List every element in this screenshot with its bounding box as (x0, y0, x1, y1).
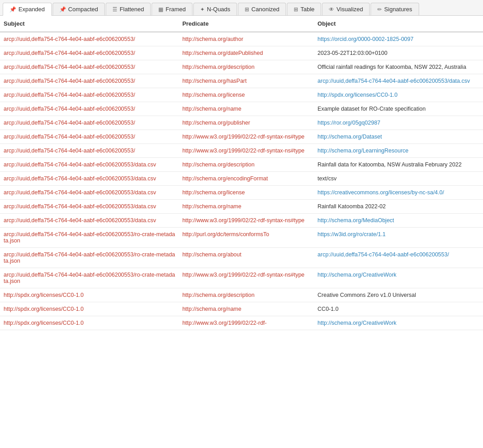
subject-link-9[interactable]: arcp://uuid,deffa754-c764-4e04-aabf-e6c0… (4, 161, 156, 168)
predicate-link-11[interactable]: http://schema.org/license (182, 189, 245, 196)
object-link-0[interactable]: https://orcid.org/0000-0002-1825-0097 (318, 36, 413, 42)
subject-link-8[interactable]: arcp://uuid,deffa754-c764-4e04-aabf-e6c0… (4, 148, 135, 154)
predicate-link-13[interactable]: http://www.w3.org/1999/02/22-rdf-syntax-… (182, 217, 304, 224)
predicate-link-14[interactable]: http://purl.org/dc/terms/conformsTo (182, 231, 269, 237)
tab-framed[interactable]: ▦Framed (152, 3, 192, 15)
predicate-link-18[interactable]: http://schema.org/name (182, 306, 241, 312)
cell-subject-10: arcp://uuid,deffa754-c764-4e04-aabf-e6c0… (0, 172, 179, 186)
object-link-3[interactable]: arcp://uuid,deffa754-c764-4e04-aabf-e6c0… (318, 78, 470, 84)
subject-link-5[interactable]: arcp://uuid,deffa754-c764-4e04-aabf-e6c0… (4, 106, 135, 112)
object-link-15[interactable]: arcp://uuid,deffa754-c764-4e04-aabf-e6c0… (318, 251, 449, 258)
cell-object-13: http://schema.org/MediaObject (314, 214, 483, 228)
tab-nquads[interactable]: ✦N-Quads (193, 3, 237, 15)
object-link-8[interactable]: http://schema.org/LearningResource (318, 148, 408, 154)
cell-object-5: Example dataset for RO-Crate specificati… (314, 102, 483, 116)
predicate-link-19[interactable]: http://www.w3.org/1999/02/22-rdf- (182, 320, 267, 326)
tab-flattened[interactable]: ☰Flattened (106, 3, 151, 15)
table-row: arcp://uuid,deffa754-c764-4e04-aabf-e6c0… (0, 74, 483, 88)
object-link-7[interactable]: http://schema.org/Dataset (318, 134, 382, 140)
predicate-link-0[interactable]: http://schema.org/author (182, 36, 243, 42)
object-link-14[interactable]: https://w3id.org/ro/crate/1.1 (318, 231, 385, 237)
cell-object-2: Official rainfall readings for Katoomba,… (314, 60, 483, 74)
predicate-link-12[interactable]: http://schema.org/name (182, 203, 241, 210)
predicate-link-3[interactable]: http://schema.org/hasPart (182, 78, 246, 84)
predicate-link-15[interactable]: http://schema.org/about (182, 251, 241, 258)
subject-link-18[interactable]: http://spdx.org/licenses/CC0-1.0 (4, 306, 84, 312)
cell-object-18: CC0-1.0 (314, 302, 483, 316)
cell-subject-15: arcp://uuid,deffa754-c764-4e04-aabf-e6c0… (0, 248, 179, 268)
table-row: arcp://uuid,deffa754-c764-4e04-aabf-e6c0… (0, 32, 483, 46)
object-link-6[interactable]: https://ror.org/05gq02987 (318, 120, 380, 126)
subject-link-14[interactable]: arcp://uuid,deffa754-c764-4e04-aabf-e6c0… (4, 231, 175, 244)
tab-table[interactable]: ⊞Table (287, 3, 321, 15)
subject-link-15[interactable]: arcp://uuid,deffa754-c764-4e04-aabf-e6c0… (4, 251, 175, 264)
object-link-11[interactable]: https://creativecommons.org/licenses/by-… (318, 189, 444, 196)
col-predicate: Predicate (179, 16, 314, 32)
cell-subject-2: arcp://uuid,deffa754-c764-4e04-aabf-e6c0… (0, 60, 179, 74)
table-row: arcp://uuid,deffa754-c764-4e04-aabf-e6c0… (0, 200, 483, 214)
tab-expanded[interactable]: 📌Expanded (3, 3, 52, 16)
table-container: Subject Predicate Object arcp://uuid,def… (0, 16, 483, 330)
predicate-link-2[interactable]: http://schema.org/description (182, 64, 255, 70)
table-body: arcp://uuid,deffa754-c764-4e04-aabf-e6c0… (0, 32, 483, 330)
expanded-tab-icon: 📌 (9, 6, 16, 13)
object-link-4[interactable]: http://spdx.org/licenses/CC0-1.0 (318, 92, 398, 98)
subject-link-11[interactable]: arcp://uuid,deffa754-c764-4e04-aabf-e6c0… (4, 189, 156, 196)
tab-label-framed: Framed (165, 6, 186, 13)
tab-bar: 📌Expanded📌Compacted☰Flattened▦Framed✦N-Q… (0, 0, 483, 16)
tab-label-signatures: Signatures (384, 6, 412, 13)
tab-visualized[interactable]: 👁Visualized (322, 3, 370, 15)
predicate-link-10[interactable]: http://schema.org/encodingFormat (182, 175, 268, 182)
cell-subject-19: http://spdx.org/licenses/CC0-1.0 (0, 316, 179, 330)
cell-predicate-11: http://schema.org/license (179, 186, 314, 200)
predicate-link-7[interactable]: http://www.w3.org/1999/02/22-rdf-syntax-… (182, 134, 304, 140)
predicate-link-17[interactable]: http://schema.org/description (182, 292, 255, 298)
tab-compacted[interactable]: 📌Compacted (53, 3, 105, 15)
visualized-tab-icon: 👁 (329, 6, 334, 13)
tab-canonized[interactable]: ⊞Canonized (238, 3, 286, 15)
table-row: arcp://uuid,deffa754-c764-4e04-aabf-e6c0… (0, 144, 483, 158)
cell-predicate-12: http://schema.org/name (179, 200, 314, 214)
cell-object-1: 2023-05-22T12:03:00+0100 (314, 46, 483, 60)
subject-link-1[interactable]: arcp://uuid,deffa754-c764-4e04-aabf-e6c0… (4, 50, 135, 56)
subject-link-7[interactable]: arcp://uuid,deffa754-c764-4e04-aabf-e6c0… (4, 134, 135, 140)
framed-tab-icon: ▦ (158, 6, 163, 13)
predicate-link-1[interactable]: http://schema.org/datePublished (182, 50, 263, 56)
subject-link-0[interactable]: arcp://uuid,deffa754-c764-4e04-aabf-e6c0… (4, 36, 135, 42)
cell-predicate-18: http://schema.org/name (179, 302, 314, 316)
predicate-link-4[interactable]: http://schema.org/license (182, 92, 245, 98)
object-link-13[interactable]: http://schema.org/MediaObject (318, 217, 394, 224)
subject-link-17[interactable]: http://spdx.org/licenses/CC0-1.0 (4, 292, 84, 298)
table-row: arcp://uuid,deffa754-c764-4e04-aabf-e6c0… (0, 158, 483, 172)
table-row: http://spdx.org/licenses/CC0-1.0http://s… (0, 302, 483, 316)
object-link-16[interactable]: http://schema.org/CreativeWork (318, 272, 397, 278)
tab-label-nquads: N-Quads (207, 6, 230, 13)
predicate-link-16[interactable]: http://www.w3.org/1999/02/22-rdf-syntax-… (182, 272, 304, 278)
cell-predicate-1: http://schema.org/datePublished (179, 46, 314, 60)
col-object: Object (314, 16, 483, 32)
subject-link-10[interactable]: arcp://uuid,deffa754-c764-4e04-aabf-e6c0… (4, 175, 156, 182)
cell-object-9: Rainfall data for Katoomba, NSW Australi… (314, 158, 483, 172)
object-link-19[interactable]: http://schema.org/CreativeWork (318, 320, 397, 326)
subject-link-6[interactable]: arcp://uuid,deffa754-c764-4e04-aabf-e6c0… (4, 120, 135, 126)
tab-label-visualized: Visualized (336, 6, 363, 13)
subject-link-4[interactable]: arcp://uuid,deffa754-c764-4e04-aabf-e6c0… (4, 92, 135, 98)
subject-link-19[interactable]: http://spdx.org/licenses/CC0-1.0 (4, 320, 84, 326)
cell-object-7: http://schema.org/Dataset (314, 130, 483, 144)
table-row: arcp://uuid,deffa754-c764-4e04-aabf-e6c0… (0, 60, 483, 74)
subject-link-2[interactable]: arcp://uuid,deffa754-c764-4e04-aabf-e6c0… (4, 64, 135, 70)
predicate-link-6[interactable]: http://schema.org/publisher (182, 120, 250, 126)
subject-link-3[interactable]: arcp://uuid,deffa754-c764-4e04-aabf-e6c0… (4, 78, 135, 84)
cell-predicate-14: http://purl.org/dc/terms/conformsTo (179, 228, 314, 248)
predicate-link-5[interactable]: http://schema.org/name (182, 106, 241, 112)
predicate-link-8[interactable]: http://www.w3.org/1999/02/22-rdf-syntax-… (182, 148, 304, 154)
subject-link-12[interactable]: arcp://uuid,deffa754-c764-4e04-aabf-e6c0… (4, 203, 156, 210)
tab-label-canonized: Canonized (251, 6, 279, 13)
table-tab-icon: ⊞ (294, 6, 298, 13)
predicate-link-9[interactable]: http://schema.org/description (182, 161, 255, 168)
cell-predicate-6: http://schema.org/publisher (179, 116, 314, 130)
cell-predicate-7: http://www.w3.org/1999/02/22-rdf-syntax-… (179, 130, 314, 144)
tab-signatures[interactable]: ✏Signatures (371, 3, 419, 15)
subject-link-16[interactable]: arcp://uuid,deffa754-c764-4e04-aabf-e6c0… (4, 272, 175, 284)
subject-link-13[interactable]: arcp://uuid,deffa754-c764-4e04-aabf-e6c0… (4, 217, 156, 224)
